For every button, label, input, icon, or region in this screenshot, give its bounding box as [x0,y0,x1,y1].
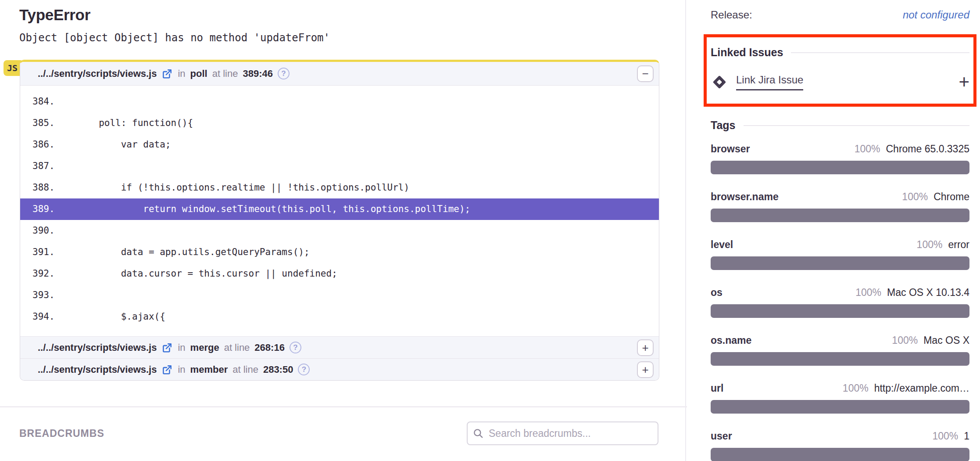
tag-head: user 100% 1 [711,430,969,442]
tag-name[interactable]: browser [711,143,750,155]
sidebar: Release: not configured Linked Issues Li… [686,0,980,461]
tag-distribution-bar[interactable] [711,304,969,318]
tag-values: 100% error [917,239,969,251]
frame-file-path: ../../sentry/scripts/views.js [38,364,157,375]
tag-percent: 100% [843,382,869,394]
line-number: 393. [20,285,54,306]
header-rule [744,125,970,126]
tag-value[interactable]: Mac OS X [923,335,969,346]
code-line: 392. data.cursor = this.cursor || undefi… [20,263,659,285]
tag-item: user 100% 1 [711,430,969,461]
line-number: 388. [20,177,54,198]
tag-name[interactable]: os.name [711,335,751,346]
frame-file-path: ../../sentry/scripts/views.js [38,342,157,353]
tags-section: Tags browser 100% Chrome 65.0.3325 brows… [711,119,969,461]
line-number: 389. [20,198,54,220]
frame-function-name: member [190,364,228,375]
frame-line-number: 389:46 [243,68,273,79]
collapse-frame-button[interactable]: − [637,65,654,82]
release-row: Release: not configured [711,9,969,21]
tag-bar-track [711,161,969,174]
code-line: 391. data = app.utils.getQueryParams(); [20,241,659,263]
tag-distribution-bar[interactable] [711,400,969,414]
code-text: var data; [54,134,171,155]
tag-name[interactable]: level [711,239,733,251]
in-label: in [178,364,185,375]
linked-issues-header: Linked Issues [711,46,969,59]
code-line: 386. var data; [20,134,659,155]
code-line: 385. poll: function(){ [20,112,659,134]
tag-values: 100% Chrome [902,191,969,203]
line-number: 387. [20,155,54,177]
section-divider [0,406,687,407]
code-text: data = app.utils.getQueryParams(); [54,241,310,263]
breadcrumbs-title: BREADCRUMBS [19,428,104,439]
line-number: 390. [20,220,54,241]
add-linked-issue-icon[interactable]: + [959,73,969,91]
link-jira-row: Link Jira Issue + [711,73,969,91]
tag-distribution-bar[interactable] [711,352,969,366]
tag-value[interactable]: 1 [964,430,969,442]
tag-value[interactable]: Chrome [934,191,969,203]
help-icon[interactable]: ? [298,364,310,375]
at-line-label: at line [212,68,238,79]
tag-value[interactable]: http://example.com… [874,382,969,394]
tag-item: browser.name 100% Chrome [711,191,969,222]
tag-values: 100% Chrome 65.0.3325 [855,143,969,155]
collapsed-stack-frame[interactable]: ../../sentry/scripts/views.js in merge a… [20,336,659,358]
at-line-label: at line [232,364,258,375]
tag-head: os 100% Mac OS X 10.13.4 [711,287,969,299]
tag-value[interactable]: Mac OS X 10.13.4 [887,287,969,299]
exception-panel: TypeError Object [object Object] has no … [0,0,686,461]
line-number: 394. [20,306,54,328]
tag-distribution-bar[interactable] [711,209,969,222]
code-text: if (!this.options.realtime || !this.opti… [54,177,409,198]
tag-name[interactable]: url [711,382,723,394]
tag-item: level 100% error [711,239,969,270]
tag-name[interactable]: user [711,430,732,442]
tag-item: url 100% http://example.com… [711,382,969,414]
tag-distribution-bar[interactable] [711,256,969,270]
frame-line-number: 268:16 [254,342,285,353]
tag-name[interactable]: browser.name [711,191,779,203]
line-number: 384. [20,91,54,112]
tag-list: browser 100% Chrome 65.0.3325 browser.na… [711,143,969,461]
tags-title: Tags [711,119,736,132]
external-link-icon[interactable] [161,364,173,375]
linked-issues-annotation-box: Linked Issues Link Jira Issue + [704,34,976,107]
tag-distribution-bar[interactable] [711,161,969,174]
tag-value[interactable]: Chrome 65.0.3325 [886,143,969,155]
external-link-icon[interactable] [161,342,173,353]
tag-head: browser 100% Chrome 65.0.3325 [711,143,969,155]
expand-frame-button[interactable]: + [637,361,654,378]
tag-bar-track [711,352,969,366]
collapsed-stack-frame[interactable]: ../../sentry/scripts/views.js in member … [20,358,659,380]
tag-bar-track [711,448,969,461]
tag-bar-track [711,209,969,222]
tag-value[interactable]: error [948,239,969,251]
error-type-title: TypeError [19,6,685,24]
tag-distribution-bar[interactable] [711,448,969,461]
search-breadcrumbs-input[interactable] [467,421,658,445]
tag-head: level 100% error [711,239,969,251]
code-text: return window.setTimeout(this.poll, this… [54,198,470,220]
code-text: data.cursor = this.cursor || undefined; [54,263,337,285]
tag-bar-track [711,256,969,270]
tag-percent: 100% [917,239,943,251]
tag-head: browser.name 100% Chrome [711,191,969,203]
link-jira-issue-link[interactable]: Link Jira Issue [736,74,803,90]
code-line: 387. [20,155,659,177]
frame-function-name: poll [190,68,207,79]
help-icon[interactable]: ? [278,68,290,79]
help-icon[interactable]: ? [290,342,301,353]
tag-values: 100% 1 [932,430,969,442]
collapsed-frames: ../../sentry/scripts/views.js in merge a… [20,336,659,380]
external-link-icon[interactable] [161,68,173,79]
stack-frame-header[interactable]: ../../sentry/scripts/views.js in poll at… [20,62,659,86]
line-number: 386. [20,134,54,155]
tag-name[interactable]: os [711,287,722,299]
release-not-configured-link[interactable]: not configured [903,9,969,21]
stacktrace: JS ../../sentry/scripts/views.js in poll… [20,60,659,381]
breadcrumbs-search [467,421,658,445]
expand-frame-button[interactable]: + [637,339,654,356]
